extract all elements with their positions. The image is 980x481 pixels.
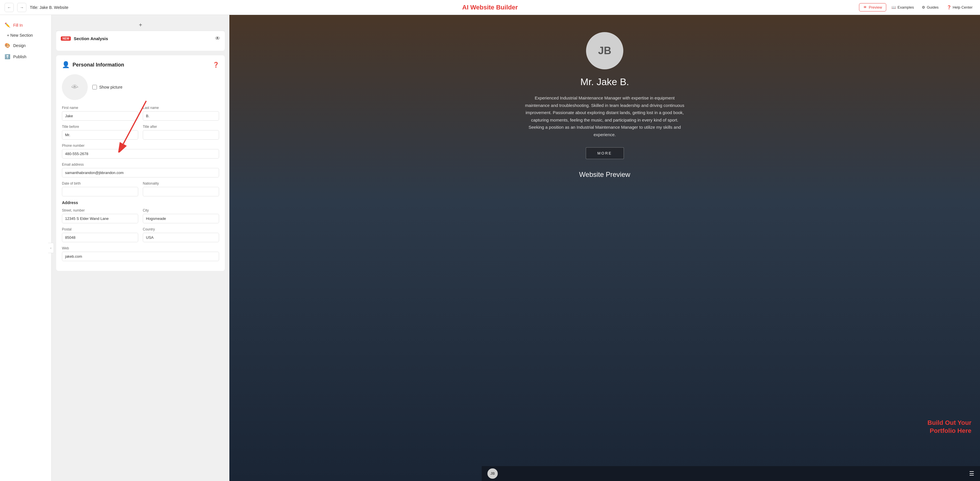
- nationality-label: Nationality: [143, 181, 219, 186]
- dob-label: Date of birth: [62, 181, 138, 186]
- guides-button[interactable]: ⚙ Guides: [919, 3, 941, 11]
- preview-button[interactable]: 👁 Preview: [859, 3, 886, 11]
- page-title: Title: Jake B. Website: [30, 5, 68, 10]
- street-group: Street, number: [62, 208, 138, 223]
- email-label: Email address: [62, 162, 219, 167]
- first-name-input[interactable]: [62, 111, 138, 121]
- phone-input[interactable]: [62, 149, 219, 159]
- picture-area: 👁 Show picture: [62, 74, 219, 100]
- help-center-button[interactable]: ❓ Help Center: [944, 3, 975, 11]
- chevron-left-icon: ‹: [51, 246, 51, 250]
- nationality-group: Nationality: [143, 181, 219, 196]
- web-group: Web: [62, 246, 219, 261]
- street-label: Street, number: [62, 208, 138, 213]
- section-analysis-title: NEW Section Analysis: [61, 36, 108, 41]
- street-input[interactable]: [62, 214, 138, 223]
- title-after-label: Title after: [143, 125, 219, 129]
- last-name-input[interactable]: [143, 111, 219, 121]
- hamburger-icon[interactable]: ☰: [969, 470, 974, 477]
- examples-button[interactable]: 📖 Examples: [889, 3, 916, 11]
- no-photo-icon: 👁: [72, 83, 78, 91]
- country-input[interactable]: [143, 233, 219, 242]
- title-after-group: Title after: [143, 125, 219, 140]
- topbar-right: 👁 Preview 📖 Examples ⚙ Guides ❓ Help Cen…: [859, 3, 975, 11]
- new-badge: NEW: [61, 37, 71, 41]
- personal-info-header: 👤 Personal Information ❓: [62, 61, 219, 68]
- phone-label: Phone number: [62, 144, 219, 148]
- email-input[interactable]: [62, 168, 219, 178]
- section-analysis-card: NEW Section Analysis 👁: [56, 31, 225, 51]
- web-input[interactable]: [62, 252, 219, 261]
- postal-label: Postal: [62, 227, 138, 231]
- show-picture-label[interactable]: Show picture: [92, 85, 123, 89]
- more-button[interactable]: MORE: [586, 147, 624, 159]
- city-group: City: [143, 208, 219, 223]
- postal-group: Postal: [62, 227, 138, 242]
- dob-nationality-row: Date of birth Nationality: [62, 181, 219, 196]
- preview-avatar-small: JB: [487, 468, 498, 479]
- sidebar: ✏️ Fill In + New Section 🎨 Design ⬆️ Pub…: [0, 15, 52, 481]
- title-after-input[interactable]: [143, 130, 219, 140]
- add-section-bar[interactable]: +: [56, 19, 225, 31]
- back-button[interactable]: ←: [5, 3, 14, 12]
- dob-input[interactable]: [62, 187, 138, 196]
- middle-panel: + NEW Section Analysis 👁 👤 Personal Info…: [52, 15, 229, 481]
- book-icon: 📖: [891, 5, 896, 10]
- preview-label: Preview: [869, 5, 882, 10]
- new-section-item[interactable]: + New Section: [0, 31, 51, 40]
- help-icon: ❓: [947, 5, 951, 10]
- person-icon: 👤: [62, 61, 70, 68]
- postal-country-row: Postal Country: [62, 227, 219, 242]
- title-row: Title before Title after: [62, 125, 219, 140]
- email-row: Email address: [62, 162, 219, 178]
- preview-name: Mr. Jake B.: [580, 76, 629, 87]
- app-title: AI Website Builder: [462, 4, 518, 11]
- website-preview-label: Website Preview: [579, 171, 630, 179]
- topbar-left: ← → Title: Jake B. Website: [5, 3, 68, 12]
- personal-info-help-icon[interactable]: ❓: [213, 62, 219, 68]
- dob-group: Date of birth: [62, 181, 138, 196]
- city-label: City: [143, 208, 219, 213]
- sidebar-item-publish[interactable]: ⬆️ Publish: [0, 51, 51, 62]
- fill-in-icon: ✏️: [5, 22, 10, 28]
- sidebar-item-fill-in[interactable]: ✏️ Fill In: [0, 19, 51, 31]
- web-row: Web: [62, 246, 219, 261]
- title-before-label: Title before: [62, 125, 138, 129]
- main-layout: ✏️ Fill In + New Section 🎨 Design ⬆️ Pub…: [0, 15, 980, 481]
- street-city-row: Street, number City: [62, 208, 219, 223]
- email-group: Email address: [62, 162, 219, 178]
- web-label: Web: [62, 246, 219, 250]
- preview-content: JB Mr. Jake B. Experienced Industrial Ma…: [229, 15, 980, 179]
- personal-info-title: 👤 Personal Information: [62, 61, 124, 68]
- first-name-label: First name: [62, 106, 138, 110]
- topbar: ← → Title: Jake B. Website AI Website Bu…: [0, 0, 980, 15]
- preview-eye-icon: 👁: [863, 5, 867, 10]
- personal-info-section: 👤 Personal Information ❓ 👁 Show picture …: [56, 55, 225, 271]
- last-name-label: Last name: [143, 106, 219, 110]
- phone-row: Phone number: [62, 144, 219, 159]
- country-group: Country: [143, 227, 219, 242]
- title-before-group: Title before: [62, 125, 138, 140]
- design-icon: 🎨: [5, 43, 10, 48]
- postal-input[interactable]: [62, 233, 138, 242]
- publish-icon: ⬆️: [5, 54, 10, 59]
- nationality-input[interactable]: [143, 187, 219, 196]
- avatar: JB: [586, 32, 623, 69]
- section-analysis-eye-icon[interactable]: 👁: [215, 35, 220, 41]
- country-label: Country: [143, 227, 219, 231]
- forward-button[interactable]: →: [17, 3, 26, 12]
- phone-group: Phone number: [62, 144, 219, 159]
- section-analysis-header: NEW Section Analysis 👁: [61, 35, 220, 41]
- preview-panel: JB Mr. Jake B. Experienced Industrial Ma…: [229, 15, 980, 481]
- preview-bio: Experienced Industrial Maintenance Manag…: [524, 94, 685, 138]
- sidebar-collapse-button[interactable]: ‹: [48, 243, 54, 253]
- last-name-group: Last name: [143, 106, 219, 121]
- city-input[interactable]: [143, 214, 219, 223]
- sidebar-item-design[interactable]: 🎨 Design: [0, 40, 51, 51]
- show-picture-checkbox[interactable]: [92, 85, 97, 89]
- guides-icon: ⚙: [922, 5, 925, 10]
- photo-placeholder: 👁: [62, 74, 88, 100]
- title-before-input[interactable]: [62, 130, 138, 140]
- preview-bottom-bar: JB ☰: [482, 466, 980, 481]
- name-row: First name Last name: [62, 106, 219, 121]
